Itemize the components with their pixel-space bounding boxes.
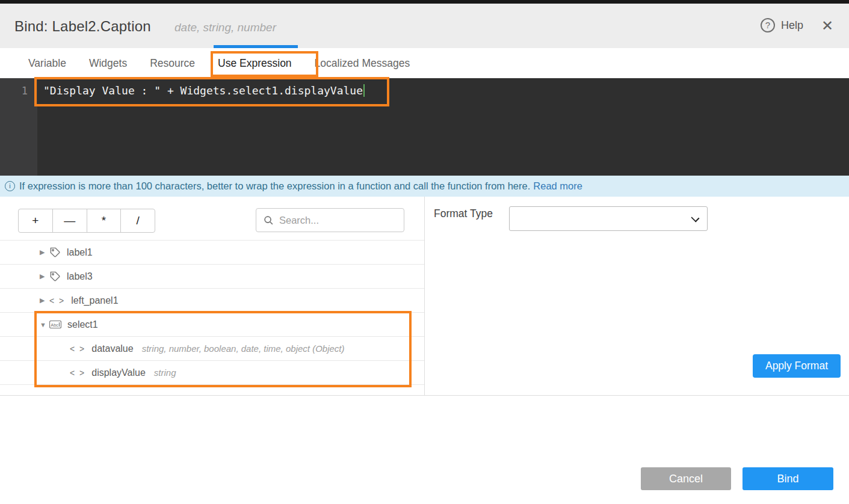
tab-variable[interactable]: Variable [27,57,67,70]
tab-resource[interactable]: Resource [149,57,196,70]
code-property-icon: < > [70,344,85,354]
tree-row-displayvalue[interactable]: < > displayValue string [0,361,424,385]
tree-item-type: string [154,367,176,378]
tree-item-type: string, number, boolean, date, time, obj… [142,343,345,354]
expression-info-bar: i If expression is more than 100 charact… [0,176,849,197]
tree-row-label1[interactable]: ▶ label1 [0,241,424,265]
expression-code-line: "Display Value : " + Widgets.select1.dis… [43,84,365,97]
select-widget-icon: Abc [49,321,61,328]
chevron-right-icon[interactable]: ▶ [40,272,49,280]
chevron-right-icon[interactable]: ▶ [40,248,49,256]
tree-item-name: select1 [67,319,98,330]
apply-format-button[interactable]: Apply Format [753,354,841,378]
divide-operator-button[interactable]: / [120,209,155,232]
tree-item-name: datavalue [91,343,133,354]
text-cursor [363,84,365,97]
dialog-header: Bind: Label2.Caption date, string, numbe… [0,4,849,48]
editor-gutter: 1 [0,78,37,176]
code-property-icon: < > [70,368,85,378]
body-panels: + — * / ▶ [0,197,849,396]
help-question-icon: ? [761,18,775,32]
search-input[interactable] [279,215,397,226]
dialog-title: Bind: Label2.Caption [14,18,151,35]
close-icon[interactable]: ✕ [821,19,833,32]
tree-row-label3[interactable]: ▶ label3 [0,265,424,289]
help-label: Help [781,19,803,32]
search-icon [264,215,274,226]
bind-button[interactable]: Bind [742,467,833,490]
tab-localized-messages[interactable]: Localized Messages [313,57,412,70]
label-tag-icon [49,247,61,258]
info-icon: i [5,181,15,191]
tree-item-name: left_panel1 [71,295,118,306]
format-type-label: Format Type [434,207,493,220]
tree-row-left-panel1[interactable]: ▶ < > left_panel1 [0,289,424,313]
tree-row-datavalue[interactable]: < > datavalue string, number, boolean, d… [0,337,424,361]
chevron-right-icon[interactable]: ▶ [40,297,49,304]
label-tag-icon [49,271,61,282]
read-more-link[interactable]: Read more [533,180,582,192]
chevron-down-icon[interactable]: ▼ [40,321,49,328]
tree-row-select1[interactable]: ▼ Abc select1 [0,313,424,337]
svg-text:Abc: Abc [51,322,58,328]
format-type-select[interactable] [509,206,708,231]
dialog-subtitle: date, string, number [174,21,276,34]
widget-tree: ▶ label1 ▶ [0,240,424,385]
widget-tree-panel: + — * / ▶ [0,197,424,396]
help-button[interactable]: ? Help [761,18,803,32]
line-number: 1 [0,85,28,97]
minus-operator-button[interactable]: — [52,209,87,232]
operator-button-group: + — * / [18,209,155,233]
tree-item-name: label1 [67,247,93,258]
bind-dialog: Bind: Label2.Caption date, string, numbe… [0,0,849,504]
multiply-operator-button[interactable]: * [87,209,121,232]
tree-item-name: displayValue [91,367,146,378]
plus-operator-button[interactable]: + [19,209,52,232]
chevron-down-icon [691,214,699,222]
expression-code-editor[interactable]: 1 "Display Value : " + Widgets.select1.d… [0,78,849,176]
format-panel: Format Type Apply Format [424,197,849,396]
tree-item-name: label3 [67,271,93,282]
tab-bar: Variable Widgets Resource Use Expression… [0,48,849,78]
info-text: If expression is more than 100 character… [19,180,530,192]
tab-widgets[interactable]: Widgets [88,57,128,70]
expression-text: "Display Value : " + Widgets.select1.dis… [43,84,363,97]
code-widget-icon: < > [49,296,65,306]
cancel-button[interactable]: Cancel [641,467,731,490]
tree-search-box [256,208,404,232]
tab-use-expression[interactable]: Use Expression [217,57,293,70]
